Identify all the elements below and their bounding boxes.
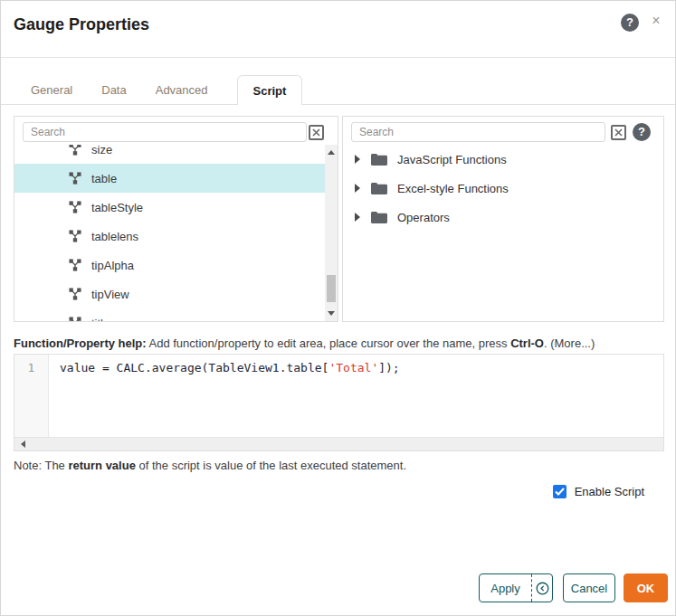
tab-advanced[interactable]: Advanced (156, 75, 208, 104)
folder-icon (371, 154, 387, 166)
note-prefix: Note: The (14, 459, 68, 472)
folder-icon (371, 212, 387, 223)
gauge-properties-dialog: Gauge Properties ? × General Data Advanc… (0, 0, 676, 616)
code-line[interactable]: value = CALC.average(TableView1.table['T… (60, 361, 400, 374)
tree-item-excel-style-functions[interactable]: Excel-style Functions (343, 174, 663, 203)
property-icon (69, 259, 81, 271)
enable-script-row: Enable Script (553, 485, 644, 498)
tab-data[interactable]: Data (101, 75, 126, 104)
cancel-button[interactable]: Cancel (563, 573, 615, 602)
list-item-label: tipView (91, 288, 129, 301)
folder-icon (371, 183, 387, 194)
tree-item-operators[interactable]: Operators (343, 203, 663, 232)
tree-item-label: JavaScript Functions (397, 153, 507, 166)
code-string-literal: 'Total' (328, 361, 378, 374)
line-number: 1 (28, 361, 35, 374)
chevron-right-icon[interactable] (355, 184, 360, 193)
help-bold-prefix: Function/Property help: (14, 336, 147, 350)
list-item[interactable]: tableStyle (14, 193, 325, 222)
properties-list: size table tableStyle tablelens tipAlpha (14, 145, 325, 321)
list-item[interactable]: tipAlpha (14, 251, 325, 280)
tab-bar: General Data Advanced Script (1, 75, 675, 105)
list-item[interactable]: tipView (14, 280, 325, 308)
list-item-label: tipAlpha (91, 259, 134, 272)
property-icon (69, 230, 81, 242)
note-suffix: of the script is value of the last execu… (136, 459, 406, 472)
apply-button[interactable]: Apply (480, 574, 532, 602)
list-item-label: title (91, 317, 109, 322)
tree-item-label: Excel-style Functions (397, 182, 509, 195)
function-property-help-text: Function/Property help: Add function/pro… (14, 336, 595, 350)
help-text: Add function/property to edit area, plac… (147, 336, 511, 350)
apply-split-button: Apply (479, 573, 553, 602)
list-item-label: table (91, 172, 117, 185)
list-item-selected[interactable]: table (14, 164, 325, 193)
enable-script-label: Enable Script (575, 485, 644, 498)
tab-script[interactable]: Script (237, 75, 303, 105)
apply-history-icon[interactable] (532, 574, 552, 602)
tree-item-label: Operators (397, 211, 450, 224)
property-icon (69, 145, 81, 156)
list-item[interactable]: size (14, 145, 325, 164)
property-icon (69, 288, 81, 300)
horizontal-scrollbar[interactable] (14, 437, 663, 450)
tree-item-javascript-functions[interactable]: JavaScript Functions (343, 145, 663, 174)
script-editor[interactable]: 1 value = CALC.average(TableView1.table[… (14, 354, 664, 451)
enable-script-checkbox[interactable] (553, 485, 567, 498)
functions-tree: JavaScript Functions Excel-style Functio… (343, 145, 663, 232)
chevron-right-icon[interactable] (355, 213, 360, 222)
note-bold: return value (68, 459, 135, 472)
properties-panel: size table tableStyle tablelens tipAlpha (14, 116, 338, 322)
scroll-up-icon[interactable] (328, 150, 335, 155)
header-divider (1, 57, 675, 58)
close-icon[interactable]: × (647, 12, 665, 30)
functions-panel: ? JavaScript Functions Excel-style Funct… (342, 116, 664, 322)
list-item[interactable]: title (14, 308, 325, 321)
functions-help-icon[interactable]: ? (633, 123, 651, 141)
help-icon[interactable]: ? (621, 14, 639, 32)
more-link[interactable]: (More...) (550, 336, 595, 350)
list-item[interactable]: tablelens (14, 222, 325, 251)
ok-button[interactable]: OK (624, 573, 668, 602)
editor-gutter: 1 (14, 355, 49, 437)
functions-search-input[interactable] (351, 122, 605, 142)
check-icon (555, 488, 565, 496)
clear-search-icon[interactable] (611, 125, 626, 140)
property-icon (69, 201, 81, 213)
list-item-label: size (91, 145, 112, 156)
page-title: Gauge Properties (14, 15, 149, 34)
help-shortcut: Ctrl-O (510, 336, 544, 350)
note-text: Note: The return value of the script is … (14, 459, 406, 472)
properties-search-input[interactable] (23, 122, 307, 142)
code-segment: value = CALC.average(TableView1.table[ (60, 361, 328, 374)
vertical-scrollbar[interactable] (325, 145, 338, 321)
tab-general[interactable]: General (31, 75, 72, 104)
scroll-down-icon[interactable] (328, 311, 335, 316)
scrollbar-thumb[interactable] (327, 275, 336, 302)
chevron-right-icon[interactable] (355, 155, 360, 164)
property-icon (69, 172, 81, 185)
code-segment: ]); (378, 361, 399, 374)
property-icon (69, 317, 81, 321)
scroll-left-icon[interactable] (21, 441, 25, 448)
list-item-label: tablelens (91, 230, 138, 243)
list-item-label: tableStyle (91, 201, 143, 214)
clear-search-icon[interactable] (309, 125, 324, 140)
